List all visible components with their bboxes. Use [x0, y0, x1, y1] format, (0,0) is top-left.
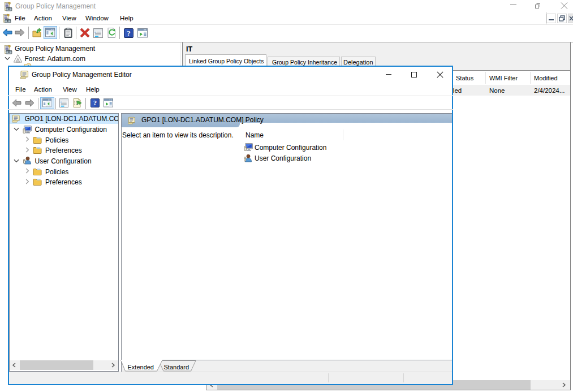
svg-text:?: ?: [93, 99, 96, 107]
svg-text:?: ?: [127, 29, 131, 37]
